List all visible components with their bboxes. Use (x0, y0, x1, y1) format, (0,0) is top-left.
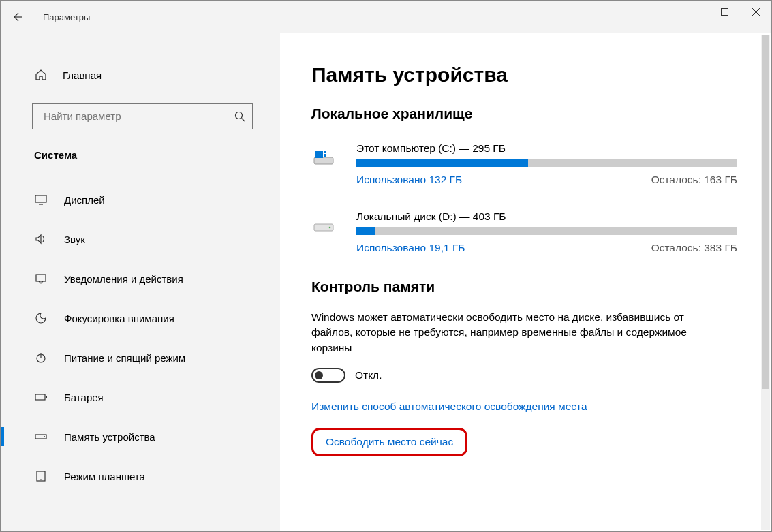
drive-free: Осталось: 163 ГБ (651, 174, 737, 186)
search-input[interactable] (32, 103, 253, 129)
close-button[interactable] (740, 1, 771, 22)
drive-free: Осталось: 383 ГБ (651, 242, 737, 254)
sidebar-home-label: Главная (63, 69, 102, 81)
sidebar-item-label: Звук (64, 234, 85, 245)
sidebar-item-display[interactable]: Дисплей (1, 180, 280, 219)
svg-rect-0 (721, 8, 728, 15)
svg-rect-6 (46, 396, 47, 398)
change-auto-free-link[interactable]: Изменить способ автоматического освобожд… (311, 401, 587, 413)
minimize-button[interactable] (677, 1, 709, 22)
scrollbar-thumb[interactable] (762, 35, 769, 389)
drive-name: Локальный диск (D:) — 403 ГБ (356, 210, 737, 223)
sidebar-item-label: Дисплей (64, 194, 105, 206)
back-button[interactable] (1, 1, 33, 33)
search-field[interactable] (42, 110, 234, 123)
window-title: Параметры (43, 12, 90, 22)
tablet-icon (34, 469, 48, 483)
storage-icon (34, 430, 48, 443)
sidebar-item-label: Фокусировка внимания (64, 313, 174, 324)
sidebar-home[interactable]: Главная (1, 59, 280, 91)
svg-rect-11 (314, 157, 333, 164)
page-title: Память устройства (311, 63, 737, 87)
home-icon (34, 68, 48, 82)
sidebar-item-sound[interactable]: Звук (1, 219, 280, 259)
drive-usage-bar (356, 159, 737, 167)
sidebar-item-battery[interactable]: Батарея (1, 377, 280, 417)
sidebar-item-focus[interactable]: Фокусировка внимания (1, 298, 280, 338)
storage-sense-description: Windows может автоматически освободить м… (311, 310, 693, 356)
highlight-box: Освободить место сейчас (311, 428, 467, 456)
svg-rect-14 (324, 154, 326, 157)
sidebar-item-label: Уведомления и действия (64, 273, 183, 285)
svg-point-8 (44, 436, 45, 437)
drive-used: Использовано 132 ГБ (356, 174, 462, 186)
focus-icon (34, 311, 48, 325)
display-icon (34, 193, 48, 206)
drive-disk-icon (311, 215, 336, 239)
drive-windows-icon (311, 146, 336, 171)
svg-rect-2 (35, 195, 46, 202)
power-icon (34, 351, 48, 364)
drive-c[interactable]: Этот компьютер (C:) — 295 ГБ Использован… (311, 142, 737, 186)
maximize-button[interactable] (709, 1, 740, 22)
free-space-now-link[interactable]: Освободить место сейчас (326, 436, 453, 448)
main-content: Память устройства Локальное хранилище Эт… (280, 33, 771, 531)
battery-icon (34, 390, 48, 404)
sidebar-item-label: Питание и спящий режим (64, 352, 185, 364)
storage-sense-toggle[interactable] (311, 368, 345, 383)
svg-point-1 (236, 112, 243, 119)
sidebar-item-tablet[interactable]: Режим планшета (1, 456, 280, 496)
search-icon (234, 111, 245, 122)
sidebar: Главная Система Дисплей Зв (1, 33, 280, 531)
sidebar-item-storage[interactable]: Память устройства (1, 417, 280, 456)
svg-rect-5 (35, 394, 45, 400)
svg-rect-3 (36, 275, 46, 281)
sidebar-item-label: Батарея (64, 392, 104, 403)
svg-point-16 (329, 227, 331, 229)
svg-point-10 (40, 479, 42, 480)
sound-icon (34, 232, 48, 246)
drive-name: Этот компьютер (C:) — 295 ГБ (356, 142, 737, 155)
drive-used: Использовано 19,1 ГБ (356, 242, 465, 254)
storage-sense-heading: Контроль памяти (311, 279, 737, 295)
scrollbar[interactable] (761, 35, 770, 530)
local-storage-heading: Локальное хранилище (311, 106, 737, 122)
sidebar-item-power[interactable]: Питание и спящий режим (1, 338, 280, 377)
svg-rect-12 (315, 151, 323, 158)
sidebar-item-label: Режим планшета (64, 471, 145, 482)
sidebar-item-notifications[interactable]: Уведомления и действия (1, 259, 280, 298)
drive-d[interactable]: Локальный диск (D:) — 403 ГБ Использован… (311, 210, 737, 254)
sidebar-category: Система (1, 129, 280, 161)
drive-usage-bar (356, 227, 737, 235)
svg-rect-13 (324, 151, 326, 153)
sidebar-item-label: Память устройства (64, 431, 155, 443)
notifications-icon (34, 272, 48, 285)
toggle-label: Откл. (355, 369, 382, 381)
